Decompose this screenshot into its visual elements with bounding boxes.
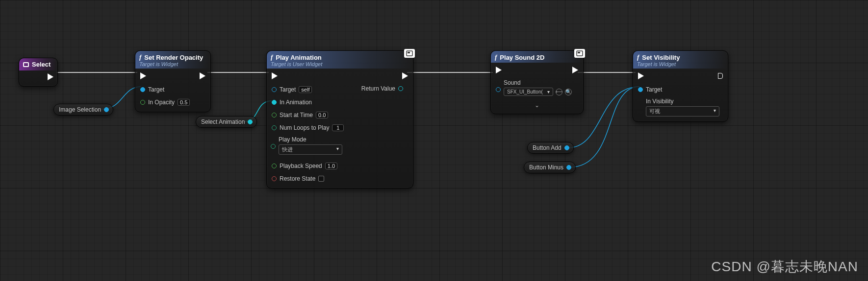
node-title: Play Sound 2D bbox=[500, 54, 544, 61]
function-icon: f bbox=[139, 53, 141, 61]
pin-target[interactable] bbox=[638, 87, 643, 92]
pin-playback-speed[interactable] bbox=[272, 164, 277, 168]
function-icon: f bbox=[495, 53, 497, 61]
expand-node-icon[interactable]: ⌄ bbox=[496, 100, 578, 109]
num-loops-value[interactable]: 1 bbox=[332, 124, 344, 131]
exec-out-pin[interactable] bbox=[200, 72, 205, 79]
pin-in-opacity[interactable] bbox=[140, 100, 145, 105]
pin-sound[interactable] bbox=[496, 87, 501, 92]
node-subtitle: Target is Widget bbox=[139, 61, 206, 67]
watermark: CSDN @暮志未晚NAN bbox=[711, 258, 858, 276]
exec-out-pin[interactable] bbox=[718, 73, 723, 79]
var-button-minus[interactable]: Button Minus bbox=[524, 162, 576, 173]
node-play-animation[interactable]: fPlay Animation Target is User Widget Ta… bbox=[266, 50, 413, 188]
node-subtitle: Target is Widget bbox=[637, 61, 724, 67]
exec-in-pin[interactable] bbox=[638, 72, 644, 79]
node-set-render-opacity[interactable]: fSet Render Opacity Target is Widget Tar… bbox=[135, 50, 211, 112]
pin-return-value[interactable] bbox=[398, 86, 403, 91]
node-title: Set Visibility bbox=[642, 54, 680, 61]
play-mode-select[interactable]: 快进 bbox=[279, 144, 342, 155]
node-title: Select bbox=[32, 61, 51, 68]
node-play-sound-2d[interactable]: fPlay Sound 2D Sound SFX_UI_Button( ⟵ 🔍 … bbox=[490, 50, 584, 114]
node-subtitle: Target is User Widget bbox=[271, 61, 409, 67]
var-image-selection[interactable]: Image Selection bbox=[53, 104, 113, 116]
function-icon: f bbox=[637, 53, 639, 61]
function-icon: f bbox=[271, 53, 273, 61]
node-title: Set Render Opacity bbox=[144, 54, 203, 61]
var-button-add[interactable]: Button Add bbox=[527, 142, 574, 154]
pin-target[interactable] bbox=[140, 87, 145, 92]
node-set-visibility[interactable]: fSet Visibility Target is Widget Target … bbox=[633, 50, 728, 122]
target-value[interactable]: self bbox=[299, 86, 312, 93]
browse-asset-icon[interactable]: 🔍 bbox=[565, 89, 572, 95]
in-opacity-value[interactable]: 0.5 bbox=[178, 99, 190, 106]
widget-corner-icon bbox=[574, 49, 585, 58]
exec-in-pin[interactable] bbox=[140, 72, 146, 79]
exec-out-pin[interactable] bbox=[572, 67, 578, 73]
svg-rect-3 bbox=[578, 52, 580, 53]
svg-rect-1 bbox=[408, 52, 410, 53]
pin-play-mode[interactable] bbox=[271, 144, 276, 149]
sound-asset-select[interactable]: SFX_UI_Button( bbox=[504, 88, 553, 96]
widget-corner-icon bbox=[404, 49, 415, 58]
pin-restore-state[interactable] bbox=[272, 176, 277, 181]
pin-target[interactable] bbox=[272, 87, 277, 92]
restore-state-checkbox[interactable] bbox=[318, 176, 324, 182]
select-icon bbox=[23, 62, 29, 67]
exec-out-pin[interactable] bbox=[402, 72, 408, 79]
playback-speed-value[interactable]: 1.0 bbox=[325, 163, 337, 169]
var-select-animation[interactable]: Select Animation bbox=[196, 116, 257, 128]
pin-num-loops[interactable] bbox=[272, 125, 277, 130]
node-title: Play Animation bbox=[276, 54, 321, 61]
start-at-value[interactable]: 0.0 bbox=[316, 112, 328, 118]
pin-in-animation[interactable] bbox=[272, 100, 277, 105]
exec-in-pin[interactable] bbox=[272, 72, 278, 79]
use-selected-asset-icon[interactable]: ⟵ bbox=[556, 89, 562, 95]
node-select[interactable]: Select bbox=[19, 58, 58, 87]
exec-out-pin[interactable] bbox=[48, 73, 53, 80]
var-out-pin[interactable] bbox=[248, 119, 253, 124]
var-out-pin[interactable] bbox=[104, 107, 109, 112]
exec-in-pin[interactable] bbox=[496, 67, 502, 73]
in-visibility-select[interactable]: 可视 bbox=[646, 106, 719, 117]
pin-start-at-time[interactable] bbox=[272, 113, 277, 117]
var-out-pin[interactable] bbox=[564, 145, 569, 150]
var-out-pin[interactable] bbox=[566, 165, 571, 170]
